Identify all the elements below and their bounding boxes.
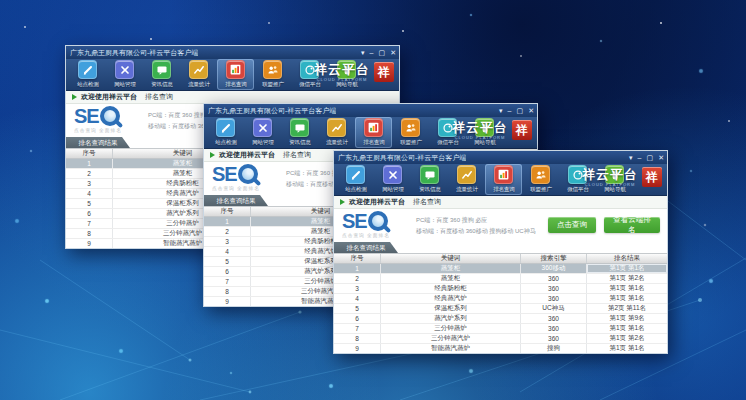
column-header: 排名结果 [587, 254, 667, 263]
rank-query-icon [364, 118, 383, 137]
titlebar[interactable]: 广东九鼎王厨具有限公司-祥云平台客户端 ▾–▢✕ [334, 151, 667, 164]
minimize-icon[interactable]: – [370, 49, 374, 56]
cell-index: 9 [204, 297, 251, 306]
window-controls: ▾–▢✕ [361, 46, 396, 59]
cell-index: 2 [66, 169, 113, 178]
toolbar-item-info-message[interactable]: 资讯信息 [281, 117, 318, 148]
section-label: 排名查询 [283, 150, 311, 160]
window-controls: ▾–▢✕ [629, 151, 664, 164]
rank-query-icon [226, 60, 245, 79]
toolbar-item-traffic-stats[interactable]: 流量统计 [448, 164, 485, 195]
toolbar-item-site-manage[interactable]: 网站管理 [244, 117, 281, 148]
cell-keyword: 蒸汽炉系列 [381, 314, 521, 323]
toolbar-item-site-check[interactable]: 站点检测 [337, 164, 374, 195]
table-row[interactable]: 1蒸笼柜360移动第1页 第1名 [334, 264, 667, 274]
table-row[interactable]: 6蒸汽炉系列360第1页 第9名 [334, 314, 667, 324]
close-icon[interactable]: ✕ [390, 49, 396, 56]
titlebar[interactable]: 广东九鼎王厨具有限公司-祥云平台客户端 ▾–▢✕ [66, 46, 399, 59]
traffic-stats-icon [189, 60, 208, 79]
column-header: 序号 [66, 149, 113, 158]
maximize-icon[interactable]: ▢ [379, 49, 386, 56]
site-check-icon [78, 60, 97, 79]
table-row[interactable]: 4经典蒸汽炉360第1页 第1名 [334, 294, 667, 304]
close-icon[interactable]: ✕ [658, 154, 664, 161]
cell-rank: 第1页 第1名 [587, 294, 667, 303]
toolbar-item-alliance-promo[interactable]: 联盟推广 [392, 117, 429, 148]
menu-arrow-icon[interactable]: ▾ [629, 154, 633, 161]
table-row[interactable]: 9智能蒸汽蒸炉搜狗第1页 第1名 [334, 344, 667, 354]
window-title: 广东九鼎王厨具有限公司-祥云平台客户端 [338, 153, 466, 163]
toolbar-item-traffic-stats[interactable]: 流量统计 [318, 117, 355, 148]
cell-rank: 第2页 第11名 [587, 304, 667, 313]
cell-rank: 第1页 第1名 [587, 264, 667, 273]
seo-logo: SE 点击查询 全面排名 [342, 211, 392, 238]
cell-engine: 360 [521, 294, 587, 303]
toolbar-item-info-message[interactable]: 资讯信息 [143, 59, 180, 90]
toolbar-item-label: 网站管理 [252, 138, 274, 146]
cell-engine: UC神马 [521, 304, 587, 313]
minimize-icon[interactable]: – [508, 107, 512, 114]
table-row[interactable]: 5保温柜系列UC神马第2页 第11名 [334, 304, 667, 314]
brand-seal-icon: 祥 [642, 167, 662, 187]
cell-keyword: 蒸笼柜 [381, 274, 521, 283]
cloud-rank-button[interactable]: 查看云端排名 [604, 217, 660, 233]
toolbar-item-rank-query[interactable]: 排名查询 [485, 164, 522, 195]
maximize-icon[interactable]: ▢ [647, 154, 654, 161]
cell-engine: 360 [521, 334, 587, 343]
brand-subtitle: CLOUD PLATFORM [582, 182, 638, 187]
info-message-icon [152, 60, 171, 79]
cell-engine: 360移动 [521, 264, 587, 273]
toolbar-item-site-manage[interactable]: 网站管理 [106, 59, 143, 90]
menu-arrow-icon[interactable]: ▾ [361, 49, 365, 56]
cell-index: 3 [66, 179, 113, 188]
titlebar[interactable]: 广东九鼎王厨具有限公司-祥云平台客户端 ▾–▢✕ [204, 104, 537, 117]
toolbar-item-label: 资讯信息 [289, 138, 311, 146]
query-button[interactable]: 点击查询 [548, 217, 596, 233]
cell-index: 2 [334, 274, 381, 283]
tab-rank-results[interactable]: 排名查询结果 [204, 195, 268, 206]
table-row[interactable]: 7三分钟蒸炉360第1页 第1名 [334, 324, 667, 334]
brand-subtitle: CLOUD PLATFORM [314, 77, 370, 82]
rank-query-icon [494, 165, 513, 184]
toolbar-item-rank-query[interactable]: 排名查询 [355, 117, 392, 148]
table-row[interactable]: 8三分钟蒸汽炉360第1页 第2名 [334, 334, 667, 344]
toolbar-item-alliance-promo[interactable]: 联盟推广 [254, 59, 291, 90]
menu-arrow-icon[interactable]: ▾ [499, 107, 503, 114]
cell-index: 3 [204, 237, 251, 246]
tab-rank-results[interactable]: 排名查询结果 [66, 137, 130, 148]
window-controls: ▾–▢✕ [499, 104, 534, 117]
toolbar-item-traffic-stats[interactable]: 流量统计 [180, 59, 217, 90]
engine-list: PC端：百度 360 搜狗 必应 移动端：百度移动 360移动 搜狗移动 UC神… [416, 215, 536, 238]
toolbar-item-site-check[interactable]: 站点检测 [69, 59, 106, 90]
seo-letters: SE [212, 164, 237, 184]
cell-index: 6 [204, 267, 251, 276]
toolbar-item-label: 网站管理 [114, 80, 136, 88]
toolbar-item-label: 联盟推广 [530, 185, 552, 193]
cell-index: 4 [204, 247, 251, 256]
tab-rank-results[interactable]: 排名查询结果 [334, 242, 398, 253]
cell-engine: 360 [521, 324, 587, 333]
mobile-engines: 移动端：百度移动 360移动 搜狗移动 UC神马 [416, 226, 536, 237]
toolbar-item-rank-query[interactable]: 排名查询 [217, 59, 254, 90]
toolbar-item-alliance-promo[interactable]: 联盟推广 [522, 164, 559, 195]
toolbar-item-label: 联盟推广 [400, 138, 422, 146]
front-window: 广东九鼎王厨具有限公司-祥云平台客户端 ▾–▢✕ 站点检测网站管理资讯信息流量统… [333, 150, 668, 354]
table-row[interactable]: 2蒸笼柜360第1页 第2名 [334, 274, 667, 284]
close-icon[interactable]: ✕ [528, 107, 534, 114]
toolbar-item-site-check[interactable]: 站点检测 [207, 117, 244, 148]
toolbar-item-info-message[interactable]: 资讯信息 [411, 164, 448, 195]
column-header: 搜索引擎 [521, 254, 587, 263]
cell-index: 7 [66, 219, 113, 228]
magnifier-icon [100, 106, 120, 126]
table-row[interactable]: 3经典肠粉柜360第1页 第1名 [334, 284, 667, 294]
cell-keyword: 智能蒸汽蒸炉 [381, 344, 521, 353]
cell-keyword: 保温柜系列 [381, 304, 521, 313]
toolbar-item-site-manage[interactable]: 网站管理 [374, 164, 411, 195]
maximize-icon[interactable]: ▢ [517, 107, 524, 114]
site-manage-icon [253, 118, 272, 137]
cell-engine: 360 [521, 314, 587, 323]
cell-index: 8 [66, 229, 113, 238]
seo-letters: SE [342, 211, 367, 231]
minimize-icon[interactable]: – [638, 154, 642, 161]
toolbar-item-label: 站点检测 [77, 80, 99, 88]
